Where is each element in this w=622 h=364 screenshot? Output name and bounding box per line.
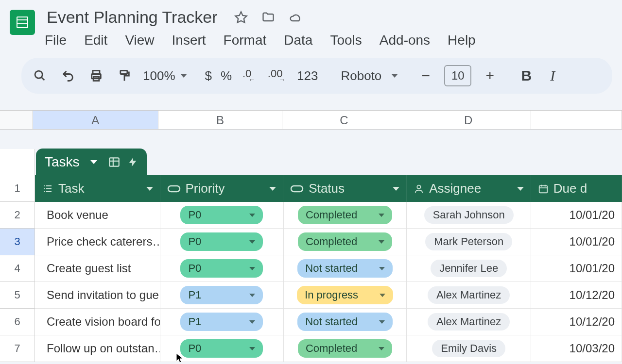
due-date-cell[interactable]: 10/12/20 <box>531 282 622 308</box>
priority-pill[interactable]: P1 <box>180 286 263 304</box>
status-pill[interactable]: Completed <box>298 339 392 358</box>
row-header[interactable]: 6 <box>0 309 35 335</box>
priority-cell[interactable]: P1 <box>160 309 284 335</box>
priority-pill[interactable]: P0 <box>180 259 263 278</box>
menu-file[interactable]: File <box>45 33 67 48</box>
priority-pill[interactable]: P1 <box>180 313 263 331</box>
paint-format-icon[interactable] <box>115 66 134 85</box>
status-pill[interactable]: Completed <box>298 206 392 224</box>
chevron-down-icon <box>379 214 384 217</box>
column-header-E[interactable] <box>531 111 622 129</box>
menu-edit[interactable]: Edit <box>84 33 107 48</box>
menu-tools[interactable]: Tools <box>330 33 362 48</box>
status-cell[interactable]: In progress <box>284 282 407 308</box>
table-header-status[interactable]: Status <box>283 175 407 202</box>
font-size-input[interactable]: 10 <box>444 65 471 86</box>
search-icon[interactable] <box>30 66 50 85</box>
column-header-B[interactable]: B <box>158 111 282 129</box>
priority-pill[interactable]: P0 <box>180 339 263 358</box>
assignee-cell[interactable]: Mark Peterson <box>407 229 531 255</box>
column-header-A[interactable]: A <box>33 111 159 129</box>
status-cell[interactable]: Completed <box>284 202 407 228</box>
status-cell[interactable]: Not started <box>284 309 407 335</box>
task-cell[interactable]: Create guest list <box>35 255 160 281</box>
row-header[interactable]: 5 <box>0 282 35 309</box>
move-folder-icon[interactable] <box>261 11 275 24</box>
menu-addons[interactable]: Add-ons <box>380 33 430 48</box>
app-header: Event Planning Tracker File Edit View In… <box>0 0 622 53</box>
increase-font-size-button[interactable]: + <box>480 66 500 85</box>
row-header[interactable]: 4 <box>0 255 35 282</box>
select-all-corner[interactable] <box>0 111 33 129</box>
due-date-cell[interactable]: 10/01/20 <box>531 255 622 281</box>
cloud-status-icon[interactable] <box>289 11 302 24</box>
star-icon[interactable] <box>234 11 248 24</box>
status-cell[interactable]: Completed <box>284 229 407 255</box>
bold-button[interactable]: B <box>518 67 535 84</box>
priority-cell[interactable]: P0 <box>160 202 284 228</box>
task-cell[interactable]: Send invitation to gue… <box>35 282 160 308</box>
lightning-icon[interactable] <box>127 156 138 168</box>
decrease-font-size-button[interactable]: − <box>416 66 435 85</box>
font-select[interactable]: Roboto <box>336 68 398 83</box>
status-pill[interactable]: In progress <box>297 286 393 304</box>
assignee-chip[interactable]: Alex Martinez <box>428 286 510 304</box>
status-pill[interactable]: Not started <box>297 313 393 331</box>
row-header[interactable]: 3 <box>0 229 35 255</box>
assignee-cell[interactable]: Alex Martinez <box>407 282 531 308</box>
undo-icon[interactable] <box>58 66 78 85</box>
due-date-cell[interactable]: 10/01/20 <box>531 229 622 255</box>
percent-format-button[interactable]: % <box>221 68 232 83</box>
currency-format-button[interactable]: $ <box>205 68 212 83</box>
row-header[interactable]: 7 <box>0 335 35 362</box>
task-cell[interactable]: Follow up on outstan… <box>35 335 160 362</box>
table-header-due[interactable]: Due d <box>531 175 622 202</box>
column-header-C[interactable]: C <box>282 111 406 129</box>
assignee-chip[interactable]: Mark Peterson <box>425 233 512 250</box>
assignee-chip[interactable]: Alex Martinez <box>428 313 510 331</box>
table-header-assignee[interactable]: Assignee <box>407 175 531 202</box>
assignee-chip[interactable]: Sarah Johnson <box>424 206 514 224</box>
zoom-select[interactable]: 100% <box>143 68 187 83</box>
column-header-D[interactable]: D <box>406 111 531 129</box>
assignee-chip[interactable]: Emily Davis <box>432 340 505 357</box>
document-title[interactable]: Event Planning Tracker <box>44 6 221 29</box>
menu-help[interactable]: Help <box>448 33 476 48</box>
table-header-priority[interactable]: Priority <box>160 175 284 202</box>
status-cell[interactable]: Not started <box>284 255 407 281</box>
menu-format[interactable]: Format <box>224 33 267 48</box>
table-view-icon[interactable] <box>108 156 121 168</box>
assignee-chip[interactable]: Jennifer Lee <box>431 260 507 277</box>
table-name-tab[interactable]: Tasks <box>36 149 147 175</box>
assignee-cell[interactable]: Jennifer Lee <box>407 255 531 281</box>
priority-pill[interactable]: P0 <box>180 232 263 251</box>
assignee-cell[interactable]: Emily Davis <box>407 335 531 362</box>
due-date-cell[interactable]: 10/12/20 <box>531 309 622 335</box>
font-name: Roboto <box>336 68 386 83</box>
print-icon[interactable] <box>86 66 106 85</box>
row-header[interactable]: 2 <box>0 202 35 229</box>
task-cell[interactable]: Price check caterers… <box>35 229 160 255</box>
decrease-decimal-button[interactable]: .0← <box>241 66 260 85</box>
number-format-button[interactable]: 123 <box>297 68 318 83</box>
menu-data[interactable]: Data <box>284 33 312 48</box>
italic-button[interactable]: I <box>544 67 561 84</box>
menu-insert[interactable]: Insert <box>172 33 206 48</box>
task-cell[interactable]: Create vision board fo… <box>35 309 160 335</box>
status-pill[interactable]: Not started <box>297 259 393 278</box>
status-pill[interactable]: Completed <box>298 232 392 251</box>
priority-cell[interactable]: P1 <box>160 282 284 308</box>
status-cell[interactable]: Completed <box>284 335 407 362</box>
assignee-cell[interactable]: Sarah Johnson <box>407 202 531 228</box>
increase-decimal-button[interactable]: .00→ <box>269 66 288 85</box>
due-date-cell[interactable]: 10/01/20 <box>531 202 622 228</box>
row-header[interactable]: 1 <box>0 175 35 202</box>
task-cell[interactable]: Book venue <box>35 202 160 228</box>
menu-view[interactable]: View <box>125 33 154 48</box>
priority-cell[interactable]: P0 <box>160 229 284 255</box>
assignee-cell[interactable]: Alex Martinez <box>407 309 531 335</box>
table-header-task[interactable]: Task <box>35 175 160 202</box>
due-date-cell[interactable]: 10/03/20 <box>531 335 622 362</box>
priority-pill[interactable]: P0 <box>180 206 263 224</box>
priority-cell[interactable]: P0 <box>160 255 284 281</box>
